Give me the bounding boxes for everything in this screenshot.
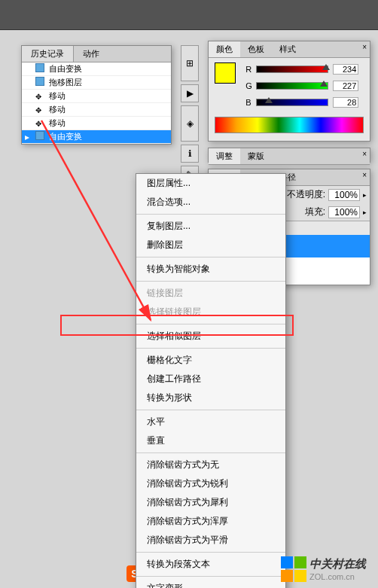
- fill-label: 填充:: [305, 206, 325, 218]
- menu-separator: [136, 576, 285, 577]
- context-menu: 图层属性...混合选项...复制图层...删除图层转换为智能对象链接图层选择链接…: [136, 173, 286, 588]
- menu-separator: [136, 281, 285, 282]
- menu-separator: [136, 324, 285, 324]
- menu-separator: [136, 410, 285, 410]
- menu-item[interactable]: 垂直: [136, 431, 285, 450]
- menu-item[interactable]: 选择相似图层: [136, 327, 285, 346]
- svg-line-0: [41, 120, 151, 320]
- tab-adjustments[interactable]: 调整: [209, 148, 240, 164]
- tab-swatches[interactable]: 色板: [240, 41, 272, 57]
- opacity-label: 不透明度:: [287, 188, 325, 201]
- menu-item[interactable]: 消除锯齿方式为平滑: [136, 531, 285, 550]
- menu-item[interactable]: 水平: [136, 413, 285, 431]
- menu-item[interactable]: 转换为段落文本: [136, 555, 285, 574]
- watermark-url: ZOL.com.cn: [309, 572, 355, 581]
- history-panel: 历史记录 动作 自由变换拖移图层✥移动✥移动✥移动▸自由变换: [21, 45, 172, 145]
- menu-item[interactable]: 转换为智能对象: [136, 260, 285, 279]
- color-swatch[interactable]: [215, 62, 236, 84]
- watermark: 中关村在线 ZOL.com.cn: [281, 556, 366, 582]
- tool-play[interactable]: ▶: [181, 84, 199, 102]
- tool-info[interactable]: ℹ: [181, 145, 199, 163]
- menu-item[interactable]: 图层属性...: [136, 174, 285, 193]
- menu-separator: [136, 214, 285, 215]
- tool-group-1[interactable]: ⊞: [181, 45, 199, 81]
- history-item[interactable]: ✥移动: [22, 117, 171, 130]
- history-list: 自由变换拖移图层✥移动✥移动✥移动▸自由变换: [22, 62, 171, 144]
- menu-separator: [136, 452, 285, 453]
- tab-color[interactable]: 颜色: [209, 41, 240, 57]
- menu-item[interactable]: 消除锯齿方式为无: [136, 455, 285, 474]
- color-spectrum[interactable]: [215, 117, 364, 133]
- menu-separator: [136, 257, 285, 257]
- history-item[interactable]: 自由变换: [22, 62, 171, 76]
- history-item[interactable]: ✥移动: [22, 90, 171, 103]
- menu-item[interactable]: 创建工作路径: [136, 370, 285, 388]
- tool-group-2[interactable]: ◈: [181, 105, 199, 142]
- menu-item[interactable]: 栅格化文字: [136, 351, 285, 370]
- tab-history[interactable]: 历史记录: [22, 46, 74, 62]
- history-item[interactable]: 拖移图层: [22, 76, 171, 90]
- chevron-icon[interactable]: ▸: [363, 191, 367, 199]
- menu-item[interactable]: 复制图层...: [136, 217, 285, 236]
- slider-track[interactable]: [256, 99, 328, 106]
- opacity-input[interactable]: 100%: [328, 189, 360, 201]
- menu-item[interactable]: 文字变形...: [136, 579, 285, 588]
- slider-value[interactable]: 227: [333, 81, 358, 91]
- color-slider-r: R234: [245, 62, 358, 76]
- slider-value[interactable]: 28: [333, 97, 358, 108]
- menu-item[interactable]: 混合选项...: [136, 193, 285, 212]
- color-slider-b: B28: [245, 96, 358, 109]
- menu-item[interactable]: 消除锯齿方式为犀利: [136, 493, 285, 512]
- tab-actions[interactable]: 动作: [74, 46, 108, 62]
- close-icon[interactable]: ×: [362, 43, 367, 51]
- history-item[interactable]: ✥移动: [22, 103, 171, 117]
- slider-track[interactable]: [256, 82, 328, 90]
- watermark-name: 中关村在线: [309, 557, 366, 570]
- adjustments-panel: 调整 蒙版 ×: [208, 148, 370, 163]
- menu-item[interactable]: 消除锯齿方式为锐利: [136, 474, 285, 493]
- chevron-icon[interactable]: ▸: [363, 209, 367, 216]
- menu-item[interactable]: 转换为形状: [136, 388, 285, 407]
- slider-label: G: [245, 81, 256, 90]
- history-tabs: 历史记录 动作: [22, 46, 171, 62]
- close-icon[interactable]: ×: [362, 150, 367, 158]
- tab-styles[interactable]: 样式: [272, 41, 303, 57]
- menu-separator: [136, 348, 285, 349]
- menu-separator: [136, 552, 285, 553]
- menu-item: 链接图层: [136, 284, 285, 303]
- slider-track[interactable]: [256, 66, 328, 73]
- zol-logo-icon: [281, 556, 306, 582]
- color-slider-g: G227: [245, 79, 358, 93]
- vertical-toolbar: ⊞ ▶ ◈ ℹ ✎: [181, 45, 199, 187]
- menu-item: 选择链接图层: [136, 303, 285, 321]
- slider-value[interactable]: 234: [333, 64, 358, 75]
- menu-item[interactable]: 删除图层: [136, 236, 285, 254]
- tab-masks[interactable]: 蒙版: [240, 148, 272, 164]
- menu-item[interactable]: 消除锯齿方式为浑厚: [136, 512, 285, 531]
- history-item[interactable]: ▸自由变换: [22, 130, 171, 144]
- fill-input[interactable]: 100%: [328, 206, 360, 218]
- app-menubar: [0, 0, 378, 30]
- close-icon[interactable]: ×: [362, 171, 367, 179]
- color-panel: 颜色 色板 样式 × R234G227B28: [208, 41, 370, 142]
- slider-label: B: [245, 98, 256, 107]
- color-tabs: 颜色 色板 样式 ×: [209, 41, 370, 58]
- slider-label: R: [245, 65, 256, 74]
